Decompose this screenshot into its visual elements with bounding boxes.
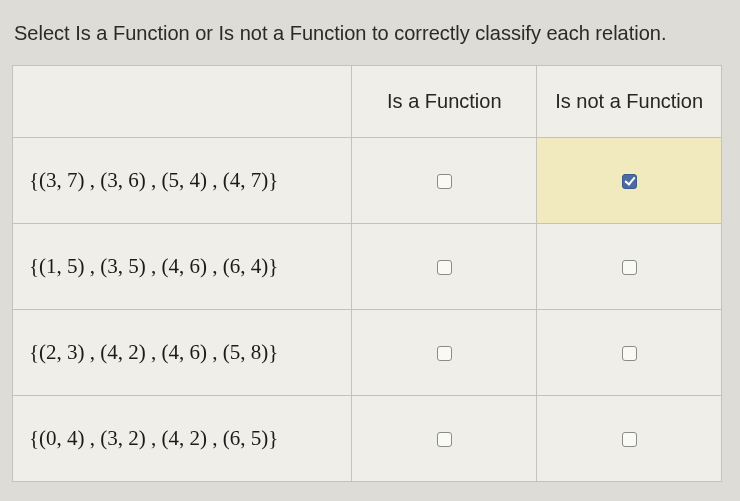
is-function-cell <box>352 224 537 310</box>
relation-cell: {(2, 3) , (4, 2) , (4, 6) , (5, 8)} <box>13 310 352 396</box>
table-body: {(3, 7) , (3, 6) , (5, 4) , (4, 7)}{(1, … <box>13 138 722 482</box>
is-not-function-checkbox[interactable] <box>622 260 637 275</box>
relation-cell: {(3, 7) , (3, 6) , (5, 4) , (4, 7)} <box>13 138 352 224</box>
table-row: {(3, 7) , (3, 6) , (5, 4) , (4, 7)} <box>13 138 722 224</box>
question-container: Select Is a Function or Is not a Functio… <box>0 0 740 494</box>
table-row: {(0, 4) , (3, 2) , (4, 2) , (6, 5)} <box>13 396 722 482</box>
header-is-function: Is a Function <box>352 66 537 138</box>
is-not-function-cell <box>537 138 722 224</box>
table-row: {(1, 5) , (3, 5) , (4, 6) , (6, 4)} <box>13 224 722 310</box>
is-not-function-cell <box>537 310 722 396</box>
is-function-cell <box>352 396 537 482</box>
table-row: {(2, 3) , (4, 2) , (4, 6) , (5, 8)} <box>13 310 722 396</box>
is-not-function-checkbox[interactable] <box>622 346 637 361</box>
table-header-row: Is a Function Is not a Function <box>13 66 722 138</box>
is-not-function-cell <box>537 396 722 482</box>
is-function-checkbox[interactable] <box>437 432 452 447</box>
is-not-function-cell <box>537 224 722 310</box>
is-function-cell <box>352 310 537 396</box>
header-relation <box>13 66 352 138</box>
relation-cell: {(1, 5) , (3, 5) , (4, 6) , (6, 4)} <box>13 224 352 310</box>
is-function-checkbox[interactable] <box>437 346 452 361</box>
instruction-text: Select Is a Function or Is not a Functio… <box>12 22 728 45</box>
relation-table: Is a Function Is not a Function {(3, 7) … <box>12 65 722 482</box>
header-is-not-function: Is not a Function <box>537 66 722 138</box>
is-not-function-checkbox[interactable] <box>622 432 637 447</box>
is-function-checkbox[interactable] <box>437 174 452 189</box>
relation-cell: {(0, 4) , (3, 2) , (4, 2) , (6, 5)} <box>13 396 352 482</box>
is-function-cell <box>352 138 537 224</box>
is-not-function-checkbox[interactable] <box>622 174 637 189</box>
is-function-checkbox[interactable] <box>437 260 452 275</box>
